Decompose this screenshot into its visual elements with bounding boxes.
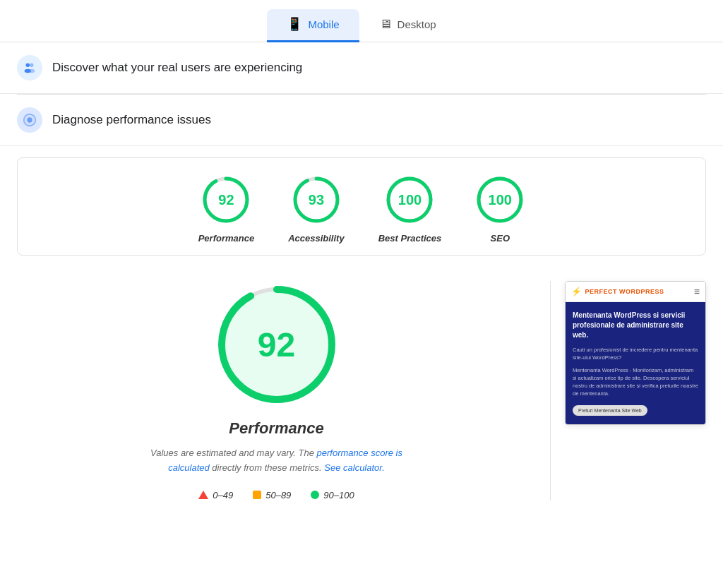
big-score-label: Performance <box>229 419 324 438</box>
website-preview: ⚡ PERFECT WORDPRESS ≡ Mentenanta WordPre… <box>565 281 706 425</box>
preview-body: Mentenanta WordPress si servicii profesi… <box>566 302 705 424</box>
legend-range-green: 90–100 <box>323 490 354 500</box>
preview-logo: ⚡ PERFECT WORDPRESS <box>571 287 664 296</box>
score-item-performance: 92 Performance <box>198 175 254 244</box>
preview-text2: Mentenanta WordPress - Monitorizam, admi… <box>573 366 698 398</box>
score-value-performance: 92 <box>218 192 234 208</box>
tab-mobile[interactable]: 📱 Mobile <box>267 9 359 42</box>
section-diagnose: Diagnose performance issues <box>0 95 723 146</box>
score-circle-performance: 92 <box>201 175 251 224</box>
legend-item-green: 90–100 <box>311 490 354 500</box>
scores-panel: 92 Performance 93 Accessibility 100 Best… <box>17 157 706 256</box>
big-score-circle: 92 <box>213 281 340 408</box>
score-label-performance: Performance <box>198 233 254 244</box>
legend-item-orange: 50–89 <box>253 490 291 500</box>
preview-text1: Cauti un profesionist de incredere pentr… <box>573 346 698 362</box>
mobile-icon: 📱 <box>287 16 302 32</box>
preview-logo-icon: ⚡ <box>571 287 582 296</box>
discover-icon <box>17 55 42 80</box>
score-circle-accessibility: 93 <box>292 175 341 224</box>
diagnose-icon <box>17 107 42 133</box>
tabs-bar: 📱 Mobile 🖥 Desktop <box>0 0 723 42</box>
svg-point-0 <box>26 64 30 68</box>
score-circle-seo: 100 <box>475 175 525 224</box>
tab-desktop[interactable]: 🖥 Desktop <box>359 10 456 42</box>
score-note: Values are estimated and may vary. The p… <box>143 446 411 476</box>
right-panel: ⚡ PERFECT WORDPRESS ≡ Mentenanta WordPre… <box>565 281 706 500</box>
left-panel: 92 Performance Values are estimated and … <box>17 281 551 500</box>
svg-point-3 <box>28 69 35 73</box>
desktop-icon: 🖥 <box>379 17 392 32</box>
tab-desktop-label: Desktop <box>398 18 436 30</box>
note-prefix: Values are estimated and may vary. The <box>150 448 317 458</box>
legend-range-red: 0–49 <box>213 490 233 500</box>
legend-item-red: 0–49 <box>198 490 233 500</box>
note-mid: directly from these metrics. <box>210 462 325 473</box>
svg-point-5 <box>27 117 32 122</box>
note-link2[interactable]: See calculator. <box>324 462 385 473</box>
tab-mobile-label: Mobile <box>308 18 339 30</box>
legend: 0–49 50–89 90–100 <box>198 490 354 500</box>
preview-headline: Mentenanta WordPress si servicii profesi… <box>573 311 698 340</box>
section-discover: Discover what your real users are experi… <box>0 42 723 94</box>
legend-square-icon <box>253 491 261 499</box>
legend-triangle-icon <box>198 491 208 499</box>
score-value-seo: 100 <box>489 192 512 208</box>
score-value-best-practices: 100 <box>398 192 422 208</box>
legend-range-orange: 50–89 <box>265 490 291 500</box>
big-score-value: 92 <box>258 325 295 364</box>
diagnose-title: Diagnose performance issues <box>52 113 211 127</box>
score-item-best-practices: 100 Best Practices <box>378 175 442 244</box>
score-label-accessibility: Accessibility <box>288 233 345 244</box>
preview-btn[interactable]: Preturi Mentenanta Site Web <box>573 405 647 416</box>
legend-circle-icon <box>311 491 319 499</box>
score-item-seo: 100 SEO <box>475 175 525 244</box>
score-label-seo: SEO <box>491 233 510 244</box>
preview-menu-icon: ≡ <box>694 286 700 297</box>
svg-point-1 <box>30 64 34 68</box>
score-label-best-practices: Best Practices <box>378 233 442 244</box>
main-content: 92 Performance Values are estimated and … <box>0 267 723 515</box>
score-value-accessibility: 93 <box>309 192 324 208</box>
score-circle-best-practices: 100 <box>385 175 434 224</box>
discover-title: Discover what your real users are experi… <box>52 61 302 75</box>
preview-header: ⚡ PERFECT WORDPRESS ≡ <box>566 282 705 302</box>
score-item-accessibility: 93 Accessibility <box>288 175 345 244</box>
preview-logo-text: PERFECT WORDPRESS <box>585 288 664 295</box>
